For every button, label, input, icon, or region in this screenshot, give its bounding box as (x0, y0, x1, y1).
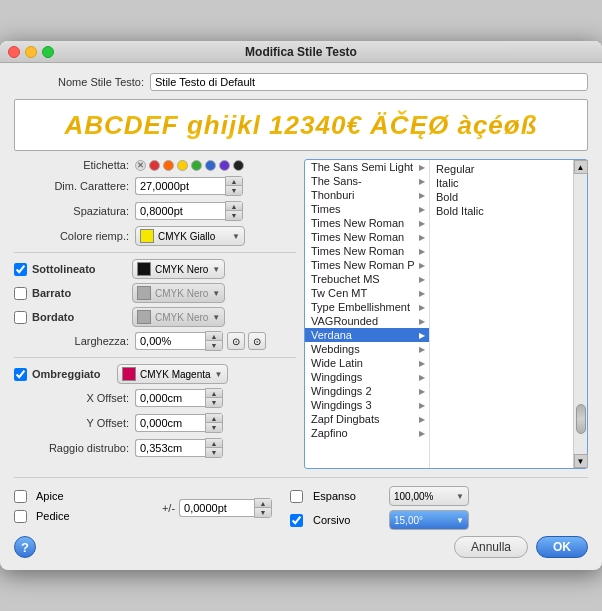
raggio-label: Raggio distrubo: (14, 442, 129, 454)
yellow-dot[interactable] (177, 160, 188, 171)
orange-dot[interactable] (163, 160, 174, 171)
pedice-checkbox[interactable] (14, 510, 27, 523)
dim-carattere-value[interactable] (135, 177, 225, 195)
barrato-color-name: CMYK Nero (155, 288, 208, 299)
red-dot[interactable] (149, 160, 160, 171)
font-list-item[interactable]: Type Embellishment▶ (305, 300, 429, 314)
dim-carattere-down[interactable]: ▼ (226, 186, 242, 195)
font-list-item[interactable]: Tw Cen MT▶ (305, 286, 429, 300)
font-list-item[interactable]: The Sans-▶ (305, 174, 429, 188)
raggio-down[interactable]: ▼ (206, 448, 222, 457)
font-list-item[interactable]: Wingdings 2▶ (305, 384, 429, 398)
larghezza-label: Larghezza: (14, 335, 129, 347)
font-scrollbar[interactable]: ▲ ▼ (573, 160, 587, 468)
font-list-item[interactable]: Trebuchet MS▶ (305, 272, 429, 286)
larghezza-row: Larghezza: ▲ ▼ ⊙ ⊙ (14, 331, 296, 351)
raggio-value[interactable] (135, 439, 205, 457)
larghezza-icon-btn-2[interactable]: ⊙ (248, 332, 266, 350)
scrollbar-track[interactable] (574, 174, 587, 454)
font-list-item[interactable]: Zapf Dingbats▶ (305, 412, 429, 426)
x-offset-down[interactable]: ▼ (206, 398, 222, 407)
spaziatura-down[interactable]: ▼ (226, 211, 242, 220)
spaziatura-spinner: ▲ ▼ (225, 201, 243, 221)
etichetta-x-dot[interactable]: ✕ (135, 160, 146, 171)
espanso-checkbox[interactable] (290, 490, 303, 503)
font-list-item[interactable]: Wide Latin▶ (305, 356, 429, 370)
ombreggiato-checkbox[interactable] (14, 368, 27, 381)
plus-minus-down[interactable]: ▼ (255, 508, 271, 517)
scrollbar-thumb[interactable] (576, 404, 586, 434)
x-offset-value[interactable] (135, 389, 205, 407)
plus-minus-up[interactable]: ▲ (255, 499, 271, 508)
bordato-checkbox[interactable] (14, 311, 27, 324)
font-list-item[interactable]: The Sans Semi Light▶ (305, 160, 429, 174)
green-dot[interactable] (191, 160, 202, 171)
x-offset-input: ▲ ▼ (135, 388, 223, 408)
style-list-item[interactable]: Bold (430, 190, 573, 204)
larghezza-down[interactable]: ▼ (206, 341, 222, 350)
corsivo-select[interactable]: 15,00° ▼ (389, 510, 469, 530)
corsivo-checkbox[interactable] (290, 514, 303, 527)
bordato-color-dropdown[interactable]: CMYK Nero ▼ (132, 307, 225, 327)
blue-dot[interactable] (205, 160, 216, 171)
preview-text: ABCDEF ghijkl 12340€ ÄČĘØ àçéøß (64, 110, 537, 141)
plus-minus-input: ▲ ▼ (179, 498, 272, 518)
style-list-item[interactable]: Regular (430, 162, 573, 176)
larghezza-input: ▲ ▼ (135, 331, 223, 351)
help-button[interactable]: ? (14, 536, 36, 558)
dim-carattere-up[interactable]: ▲ (226, 177, 242, 186)
font-list-item[interactable]: Times New Roman▶ (305, 216, 429, 230)
sottolineato-color-dropdown[interactable]: CMYK Nero ▼ (132, 259, 225, 279)
black-dot[interactable] (233, 160, 244, 171)
ombreggiato-arrow: ▼ (215, 370, 223, 379)
scrollbar-down-btn[interactable]: ▼ (574, 454, 588, 468)
ombreggiato-color-dropdown[interactable]: CMYK Magenta ▼ (117, 364, 228, 384)
larghezza-icon-btn-1[interactable]: ⊙ (227, 332, 245, 350)
barrato-checkbox[interactable] (14, 287, 27, 300)
espanso-select[interactable]: 100,00% ▼ (389, 486, 469, 506)
raggio-up[interactable]: ▲ (206, 439, 222, 448)
ok-button[interactable]: OK (536, 536, 588, 558)
apice-checkbox[interactable] (14, 490, 27, 503)
y-offset-spinner: ▲ ▼ (205, 413, 223, 433)
font-list-item[interactable]: Wingdings▶ (305, 370, 429, 384)
purple-dot[interactable] (219, 160, 230, 171)
larghezza-value[interactable] (135, 332, 205, 350)
spaziatura-up[interactable]: ▲ (226, 202, 242, 211)
annulla-button[interactable]: Annulla (454, 536, 528, 558)
spaziatura-value[interactable] (135, 202, 225, 220)
bottom-section: Apice Pedice +/- ▲ ▼ (14, 477, 588, 530)
spaziatura-row: Spaziatura: ▲ ▼ (14, 201, 296, 221)
x-offset-up[interactable]: ▲ (206, 389, 222, 398)
sottolineato-swatch (137, 262, 151, 276)
barrato-color-dropdown[interactable]: CMYK Nero ▼ (132, 283, 225, 303)
font-list-item[interactable]: Zapfino▶ (305, 426, 429, 440)
font-list-item[interactable]: Wingdings 3▶ (305, 398, 429, 412)
font-list-item[interactable]: Verdana▶ (305, 328, 429, 342)
plus-minus-value[interactable] (179, 499, 254, 517)
larghezza-up[interactable]: ▲ (206, 332, 222, 341)
font-list-item[interactable]: Times▶ (305, 202, 429, 216)
y-offset-up[interactable]: ▲ (206, 414, 222, 423)
bottom-row: Apice Pedice +/- ▲ ▼ (14, 486, 588, 530)
scrollbar-up-btn[interactable]: ▲ (574, 160, 588, 174)
minimize-button[interactable] (25, 46, 37, 58)
colore-riemp-dropdown[interactable]: CMYK Giallo ▼ (135, 226, 245, 246)
font-list-item[interactable]: Times New Roman▶ (305, 244, 429, 258)
font-list-item[interactable]: Webdings▶ (305, 342, 429, 356)
font-list-item[interactable]: Thonburi▶ (305, 188, 429, 202)
sottolineato-checkbox[interactable] (14, 263, 27, 276)
close-button[interactable] (8, 46, 20, 58)
style-list-item[interactable]: Bold Italic (430, 204, 573, 218)
y-offset-down[interactable]: ▼ (206, 423, 222, 432)
font-list[interactable]: The Sans Semi Light▶The Sans-▶Thonburi▶T… (305, 160, 430, 468)
font-list-item[interactable]: Times New Roman▶ (305, 230, 429, 244)
nome-input[interactable] (150, 73, 588, 91)
dialog-body: Nome Stile Testo: ABCDEF ghijkl 12340€ Ä… (0, 63, 602, 570)
font-list-item[interactable]: VAGRounded▶ (305, 314, 429, 328)
zoom-button[interactable] (42, 46, 54, 58)
style-list-item[interactable]: Italic (430, 176, 573, 190)
espanso-value: 100,00% (394, 491, 456, 502)
y-offset-value[interactable] (135, 414, 205, 432)
font-list-item[interactable]: Times New Roman P▶ (305, 258, 429, 272)
